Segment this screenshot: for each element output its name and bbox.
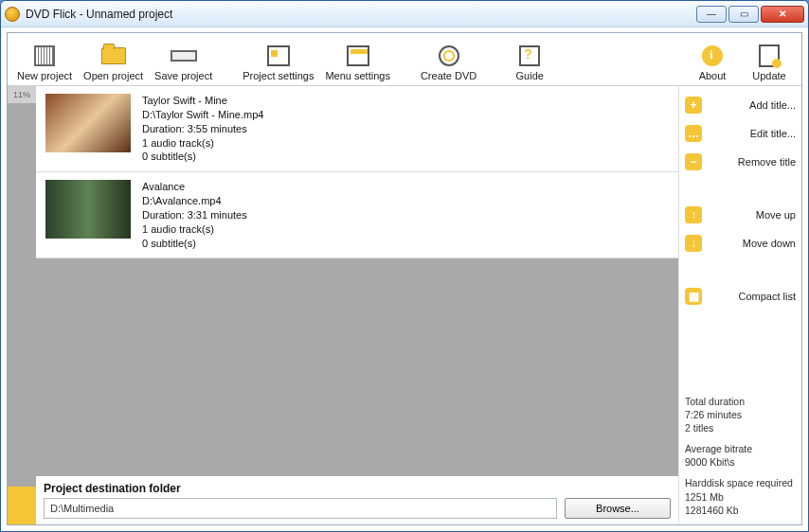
stats-bitrate-header: Average bitrate — [685, 442, 796, 455]
settings-panel-icon — [267, 45, 290, 66]
menu-settings-button[interactable]: Menu settings — [319, 42, 395, 83]
maximize-button[interactable]: ▭ — [728, 6, 759, 23]
disc-icon — [439, 45, 459, 66]
stats-bitrate-value: 9000 Kbit\s — [685, 455, 796, 469]
save-project-button[interactable]: Save project — [149, 42, 218, 83]
title-audio: 1 audio track(s) — [142, 136, 263, 151]
save-project-label: Save project — [154, 70, 212, 81]
menu-panel-icon — [347, 45, 369, 66]
update-icon — [759, 44, 780, 67]
title-item[interactable]: Avalance D:\Avalance.mp4 Duration: 3:31 … — [36, 172, 678, 258]
app-icon — [5, 7, 20, 22]
title-audio: 1 audio track(s) — [142, 222, 247, 237]
project-settings-button[interactable]: Project settings — [237, 42, 319, 83]
title-duration: Duration: 3:55 minutes — [142, 122, 263, 136]
stats-block: Total duration 7:26 minutes 2 titles Ave… — [685, 387, 796, 517]
stats-total-header: Total duration — [685, 395, 796, 408]
app-window: DVD Flick - Unnamed project — ▭ ✕ New pr… — [0, 0, 809, 532]
stats-disk-mb: 1251 Mb — [685, 490, 796, 504]
destination-input[interactable] — [44, 498, 557, 519]
edit-title-button[interactable]: …Edit title... — [685, 122, 796, 145]
compact-list-button[interactable]: ▦Compact list — [685, 285, 796, 308]
open-project-button[interactable]: Open project — [78, 42, 149, 83]
ellipsis-icon: … — [685, 125, 702, 142]
arrow-down-icon: ↓ — [685, 235, 702, 252]
titlebar[interactable]: DVD Flick - Unnamed project — ▭ ✕ — [1, 1, 808, 27]
open-project-label: Open project — [83, 70, 143, 81]
info-icon — [702, 45, 723, 66]
help-icon — [519, 45, 540, 66]
title-subtitles: 0 subtitle(s) — [142, 150, 263, 164]
title-name: Avalance — [142, 180, 247, 194]
about-button[interactable]: About — [684, 42, 741, 83]
create-dvd-button[interactable]: Create DVD — [415, 42, 482, 83]
destination-label: Project destination folder — [44, 482, 671, 495]
update-button[interactable]: Update — [741, 42, 798, 83]
remove-title-button[interactable]: −Remove title — [685, 151, 796, 173]
capacity-marker — [8, 487, 36, 524]
move-down-button[interactable]: ↓Move down — [685, 232, 796, 255]
toolbar: New project Open project Save project Pr… — [8, 33, 801, 86]
arrow-up-icon: ↑ — [685, 206, 702, 223]
minimize-button[interactable]: — — [696, 6, 727, 23]
title-thumbnail — [45, 180, 131, 239]
list-icon: ▦ — [685, 288, 702, 305]
new-project-label: New project — [17, 70, 72, 81]
stats-disk-kb: 1281460 Kb — [685, 504, 796, 517]
menu-settings-label: Menu settings — [325, 70, 389, 81]
project-settings-label: Project settings — [243, 70, 314, 81]
about-label: About — [699, 70, 727, 81]
close-button[interactable]: ✕ — [761, 6, 804, 23]
window-title: DVD Flick - Unnamed project — [26, 8, 696, 21]
title-path: D:\Avalance.mp4 — [142, 194, 247, 208]
stats-total-minutes: 7:26 minutes — [685, 408, 796, 421]
title-duration: Duration: 3:31 minutes — [142, 208, 247, 222]
plus-icon: + — [685, 97, 702, 114]
filmstrip-icon — [34, 45, 55, 66]
capacity-percent: 11% — [8, 86, 36, 103]
stats-disk-header: Harddisk space required — [685, 476, 796, 489]
title-name: Taylor Swift - Mine — [142, 94, 263, 108]
side-panel: +Add title... …Edit title... −Remove tit… — [678, 86, 801, 524]
capacity-bar: 11% — [8, 86, 36, 524]
title-subtitles: 0 subtitle(s) — [142, 237, 247, 251]
add-title-button[interactable]: +Add title... — [685, 94, 796, 116]
move-up-button[interactable]: ↑Move up — [685, 204, 796, 226]
browse-button[interactable]: Browse... — [565, 498, 671, 519]
drive-icon — [171, 50, 197, 62]
title-item[interactable]: Taylor Swift - Mine D:\Taylor Swift - Mi… — [36, 86, 678, 172]
minus-icon: − — [685, 153, 702, 170]
title-path: D:\Taylor Swift - Mine.mp4 — [142, 108, 263, 122]
new-project-button[interactable]: New project — [11, 42, 78, 83]
stats-total-titles: 2 titles — [685, 421, 796, 434]
folder-icon — [101, 47, 126, 64]
update-label: Update — [752, 70, 785, 81]
title-list[interactable]: Taylor Swift - Mine D:\Taylor Swift - Mi… — [36, 86, 678, 476]
title-thumbnail — [45, 94, 131, 152]
guide-button[interactable]: Guide — [501, 42, 558, 83]
create-dvd-label: Create DVD — [421, 70, 476, 81]
guide-label: Guide — [516, 70, 544, 81]
